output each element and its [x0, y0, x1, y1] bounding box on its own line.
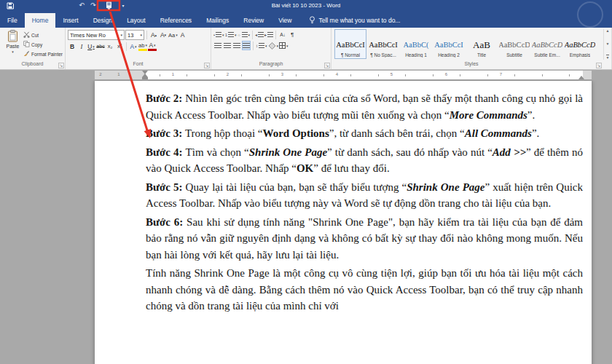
style-name: ¶ Normal — [341, 52, 360, 58]
style-name: Heading 2 — [438, 52, 460, 58]
right-indent-marker[interactable] — [578, 76, 584, 79]
chevron-down-icon: ▾ — [120, 33, 122, 37]
numbering-button[interactable]: 1▾ — [225, 30, 237, 39]
style-name: Subtle Em... — [534, 52, 560, 58]
increase-indent-button[interactable]: ▸ — [264, 30, 273, 39]
ribbon-tab-mailings[interactable]: Mailings — [199, 13, 236, 28]
ruler-number: 4 — [336, 72, 338, 76]
line-spacing-button[interactable]: ↕▾ — [256, 41, 267, 50]
style-card-emphasis[interactable]: AaBbCcDEmphasis — [564, 29, 596, 59]
ruler-tick — [323, 74, 324, 76]
multilevel-list-button[interactable]: ⁘▾ — [237, 30, 250, 39]
text-run: Quay lại tài liệu của bạn, bạn sẽ thấy b… — [186, 181, 407, 193]
highlight-color-button[interactable]: ab▾ — [138, 41, 147, 51]
ribbon-tab-review[interactable]: Review — [236, 13, 271, 28]
style-card--no-spac-[interactable]: AaBbCcI¶ No Spac... — [367, 29, 399, 59]
borders-button[interactable]: ▾ — [279, 41, 289, 50]
paste-clipboard-icon — [7, 30, 18, 43]
ribbon-tab-file[interactable]: File — [0, 13, 25, 28]
font-color-button[interactable]: A▾ — [148, 41, 157, 51]
format-painter-button[interactable]: Format Painter — [23, 50, 63, 58]
bullets-button[interactable]: •▾ — [213, 30, 224, 39]
subscript-button[interactable]: x₂ — [106, 41, 114, 51]
ribbon-tab-layout[interactable]: Layout — [119, 13, 153, 28]
text-run: Word Options — [263, 127, 329, 139]
gallery-more-icon[interactable]: ▼ — [606, 55, 610, 60]
style-preview: AaBbCcI — [336, 38, 365, 52]
style-name: Heading 1 — [405, 52, 427, 58]
ruler-tick — [487, 74, 488, 76]
paragraph-dialog-launcher[interactable]: ↘ — [324, 63, 330, 68]
text-run: Shrink One Page — [249, 146, 327, 158]
italic-button[interactable]: I — [77, 41, 86, 51]
style-name: Subtitle — [506, 52, 522, 58]
grow-font-button[interactable]: A▴ — [149, 31, 158, 40]
sort-button[interactable]: A↓ — [278, 30, 287, 39]
change-case-button[interactable]: Aa▾ — [168, 31, 178, 40]
font-dialog-launcher[interactable]: ↘ — [204, 63, 210, 68]
bold-button[interactable]: B — [68, 41, 76, 51]
style-card--normal[interactable]: AaBbCcI¶ Normal — [334, 29, 366, 59]
document-area: Bước 2: Nhìn lên góc trên cùng bên trái … — [0, 81, 612, 364]
ruler-tick — [187, 74, 187, 76]
customize-qat-chevron-icon[interactable]: ▾ — [118, 3, 128, 8]
ribbon-tab-view[interactable]: View — [271, 13, 299, 28]
format-painter-icon — [23, 50, 30, 58]
font-size-value: 13 — [128, 32, 133, 39]
clear-formatting-button[interactable]: A — [178, 31, 187, 40]
superscript-button[interactable]: x² — [115, 41, 124, 51]
align-left-button[interactable] — [213, 41, 222, 50]
undo-icon[interactable]: ↶ — [76, 0, 87, 11]
styles-dialog-launcher[interactable]: ↘ — [596, 63, 602, 68]
style-card-heading-2[interactable]: AaBbCcIHeading 2 — [433, 29, 465, 59]
style-card-subtle-em-[interactable]: AaBbCcDSubtle Em... — [531, 29, 563, 59]
font-size-combo[interactable]: 13 ▾ — [125, 30, 144, 40]
align-right-button[interactable] — [232, 41, 241, 50]
styles-gallery-scrollbar[interactable]: ▲ ▼ ▼ — [603, 29, 611, 60]
paste-dropdown-icon[interactable]: ▾ — [12, 50, 14, 54]
style-card-heading-1[interactable]: AaBbC(Heading 1 — [400, 29, 432, 59]
ruler-tick — [542, 74, 543, 76]
tell-me-box[interactable]: Tell me what you want to do... — [309, 13, 400, 28]
clipboard-dialog-launcher[interactable]: ↘ — [58, 63, 64, 68]
shrink-one-page-icon[interactable] — [99, 0, 118, 11]
show-hide-pilcrow-button[interactable]: ¶ — [288, 30, 297, 39]
text-run: ” để lưu thay đổi. — [313, 162, 389, 174]
paste-button[interactable]: Paste ▾ — [2, 30, 23, 60]
text-run: Bước 3: — [146, 127, 185, 139]
ribbon-tab-design[interactable]: Design — [86, 13, 119, 28]
doc-paragraph: Tính năng Shrink One Page là một công cụ… — [146, 265, 583, 314]
cut-label: Cut — [31, 33, 39, 38]
gallery-scroll-up-icon[interactable]: ▲ — [606, 29, 610, 33]
decrease-indent-button[interactable]: ◂ — [255, 30, 264, 39]
align-center-button[interactable] — [223, 41, 232, 50]
ruler-strip: 211234567 — [95, 71, 592, 79]
underline-button[interactable]: U▾ — [87, 41, 95, 51]
redo-icon[interactable]: ↷ — [87, 0, 99, 11]
ruler-number: 6 — [445, 72, 447, 76]
ribbon-tab-insert[interactable]: Insert — [55, 13, 85, 28]
save-icon[interactable] — [4, 0, 16, 11]
gallery-scroll-down-icon[interactable]: ▼ — [606, 42, 610, 46]
text-run: Add >> — [493, 146, 526, 158]
format-painter-label: Format Painter — [31, 52, 63, 57]
ruler-tick — [296, 74, 297, 76]
copy-button[interactable]: Copy — [23, 40, 63, 49]
style-card-subtitle[interactable]: AaBbCcDSubtitle — [498, 29, 530, 59]
document-content: Bước 2: Nhìn lên góc trên cùng bên trái … — [95, 81, 592, 314]
cut-button[interactable]: Cut — [23, 31, 63, 39]
document-page[interactable]: Bước 2: Nhìn lên góc trên cùng bên trái … — [95, 81, 592, 364]
shrink-font-button[interactable]: A▾ — [159, 31, 168, 40]
horizontal-ruler[interactable]: 211234567 — [0, 70, 612, 80]
ribbon-tab-home[interactable]: Home — [25, 13, 56, 28]
styles-group: AaBbCcI¶ NormalAaBbCcI¶ No Spac...AaBbC(… — [332, 28, 612, 69]
strikethrough-button[interactable]: abc — [96, 41, 105, 51]
justify-button[interactable] — [242, 41, 251, 50]
font-family-combo[interactable]: Times New Ro ▾ — [68, 30, 125, 40]
text-effects-button[interactable]: A▾ — [129, 41, 138, 51]
ruler-tick — [569, 74, 570, 76]
ribbon-tab-references[interactable]: References — [153, 13, 199, 28]
left-indent-marker[interactable] — [142, 77, 148, 79]
shading-button[interactable]: ▾ — [268, 41, 279, 50]
style-card-title[interactable]: AaBTitle — [466, 29, 498, 59]
